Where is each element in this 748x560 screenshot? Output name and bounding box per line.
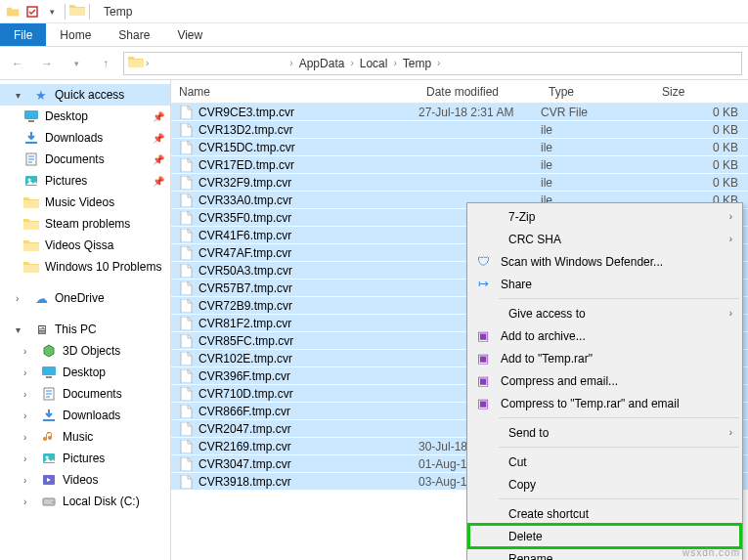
back-button[interactable]: ← [6,52,29,75]
sidebar-item-documents[interactable]: Documents📌 [0,149,170,170]
chevron-down-icon[interactable]: ▾ [16,90,27,101]
sidebar-item-3d-objects[interactable]: ›3D Objects [0,340,170,362]
menu-share[interactable]: ↦Share [469,273,740,295]
chevron-right-icon: › [729,308,732,319]
separator [65,4,66,20]
sidebar-item-label: Pictures [63,452,105,465]
menu-crc-sha[interactable]: CRC SHA› [469,228,740,250]
menu-separator [499,417,739,418]
chevron-right-icon[interactable]: › [23,453,35,464]
file-row[interactable]: CVR9CE3.tmp.cvr27-Jul-18 2:31 AMCVR File… [171,104,748,121]
chevron-down-icon[interactable]: ▾ [43,3,61,21]
onedrive-item[interactable]: › ☁ OneDrive [0,287,170,309]
view-tab[interactable]: View [163,23,216,46]
sidebar-item-downloads[interactable]: Downloads📌 [0,127,170,149]
chevron-right-icon[interactable]: › [437,58,440,68]
chevron-right-icon[interactable]: › [23,389,35,400]
menu-separator [499,447,739,448]
file-icon [179,422,193,436]
file-row[interactable]: CVR17ED.tmp.cvrile0 KB [171,156,748,174]
share-tab[interactable]: Share [105,23,163,46]
sidebar-item-videos-qissa[interactable]: Videos Qissa [0,235,170,256]
sidebar-item-windows-10-problems[interactable]: Windows 10 Problems [0,256,170,278]
properties-icon[interactable] [23,3,41,21]
chevron-right-icon[interactable]: › [23,346,35,357]
menu-cut[interactable]: Cut [469,451,740,473]
pin-icon: 📌 [153,154,164,165]
menu-copy[interactable]: Copy [469,473,740,495]
file-icon [179,405,193,418]
menu-add-archive[interactable]: ▣Add to archive... [469,324,740,347]
column-date[interactable]: Date modified [418,85,541,99]
menu-compress-email[interactable]: ▣Compress and email... [469,369,740,392]
sidebar-item-label: 3D Objects [63,344,120,358]
menu-create-shortcut[interactable]: Create shortcut [469,502,740,525]
chevron-right-icon[interactable]: › [350,58,353,68]
menu-compress-temprar-email[interactable]: ▣Compress to "Temp.rar" and email [469,392,740,414]
sidebar-item-documents[interactable]: ›Documents [0,383,170,405]
file-name: CVR72B9.tmp.cvr [198,299,292,313]
menu-send-to[interactable]: Send to› [469,421,740,444]
disk-icon [41,494,57,509]
address-bar[interactable]: › › AppData › Local › Temp › [123,52,742,75]
folder-icon [23,237,39,253]
chevron-down-icon[interactable]: ▾ [16,324,27,335]
chevron-right-icon[interactable]: › [289,58,292,68]
menu-give-access[interactable]: Give access to› [469,302,740,324]
breadcrumb-appdata[interactable]: AppData [295,57,349,70]
column-size[interactable]: Size [654,85,748,99]
chevron-right-icon[interactable]: › [23,410,35,421]
menu-delete[interactable]: Delete [469,525,740,547]
sidebar-item-local-disk-c-[interactable]: ›Local Disk (C:) [0,491,170,512]
sidebar-item-pictures[interactable]: Pictures📌 [0,170,170,192]
sidebar-item-music[interactable]: ›Music [0,426,170,448]
up-button[interactable]: ↑ [94,52,117,75]
sidebar-item-steam-problems[interactable]: Steam problems [0,213,170,235]
quick-access-header[interactable]: ▾ ★ Quick access [0,84,170,106]
sidebar-item-downloads[interactable]: ›Downloads [0,405,170,426]
file-name: CVR50A3.tmp.cvr [198,264,292,278]
breadcrumb-temp[interactable]: Temp [399,57,435,70]
file-icon [179,211,193,225]
file-type: ile [541,141,654,154]
file-row[interactable]: CVR15DC.tmp.cvrile0 KB [171,139,748,156]
column-name[interactable]: Name [171,85,418,99]
menu-7zip[interactable]: 7-Zip› [469,205,740,228]
chevron-right-icon[interactable]: › [16,293,27,304]
menu-add-temprar[interactable]: ▣Add to "Temp.rar" [469,347,740,369]
svg-rect-10 [43,419,55,421]
archive-icon: ▣ [473,371,493,391]
sidebar-item-pictures[interactable]: ›Pictures [0,448,170,469]
folder-icon [23,259,39,275]
file-type: ile [541,123,654,137]
sidebar-item-desktop[interactable]: ›Desktop [0,362,170,383]
chevron-right-icon[interactable]: › [23,432,35,443]
archive-icon: ▣ [473,326,493,346]
column-type[interactable]: Type [541,85,654,99]
home-tab[interactable]: Home [46,23,105,46]
chevron-right-icon[interactable]: › [23,367,35,378]
forward-button[interactable]: → [35,52,59,75]
chevron-right-icon[interactable]: › [23,496,35,507]
file-icon [179,334,193,348]
file-row[interactable]: CVR32F9.tmp.cvrile0 KB [171,174,748,192]
chevron-right-icon[interactable]: › [23,475,35,486]
menu-defender[interactable]: 🛡Scan with Windows Defender... [469,250,740,273]
file-row[interactable]: CVR13D2.tmp.cvrile0 KB [171,121,748,139]
file-tab[interactable]: File [0,23,46,46]
chevron-right-icon[interactable]: › [146,58,149,68]
file-icon [179,194,193,207]
sidebar-item-music-videos[interactable]: Music Videos [0,192,170,213]
chevron-right-icon[interactable]: › [393,58,396,68]
this-pc-header[interactable]: ▾ 🖥 This PC [0,319,170,340]
breadcrumb-local[interactable]: Local [356,57,392,70]
context-menu: 7-Zip› CRC SHA› 🛡Scan with Windows Defen… [466,202,743,560]
sidebar-item-label: Steam problems [45,217,130,231]
music-icon [41,429,57,445]
file-icon [179,246,193,260]
documents-icon [23,151,39,167]
sidebar-item-desktop[interactable]: Desktop📌 [0,106,170,127]
recent-dropdown[interactable]: ▾ [65,52,88,75]
sidebar-item-videos[interactable]: ›Videos [0,469,170,491]
file-size: 0 KB [654,158,748,172]
